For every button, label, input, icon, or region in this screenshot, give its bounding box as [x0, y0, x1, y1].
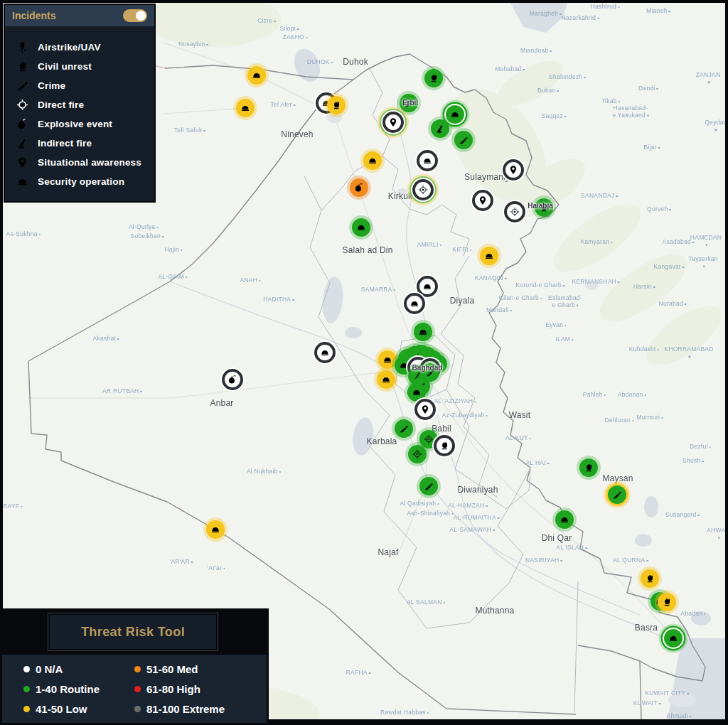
civil-icon — [429, 73, 439, 83]
security-icon — [381, 375, 391, 385]
security-icon — [422, 156, 432, 166]
risk-level-label: 61-80 High — [146, 683, 200, 695]
risk-dot-icon — [134, 706, 141, 712]
incident-type-list: Airstrike/UAVCivil unrestCrimeDirect fir… — [5, 26, 154, 201]
risk-level-label: 51-60 Med — [146, 663, 198, 675]
incident-marker-security[interactable] — [417, 150, 438, 171]
direct-icon — [418, 185, 428, 195]
threat-risk-panel: Threat Risk Tool 0 N/A1-40 Routine41-50 … — [0, 608, 269, 725]
toggle-knob — [136, 11, 146, 21]
incident-marker-security[interactable] — [206, 520, 225, 539]
risk-level-item: 1-40 Routine — [23, 679, 134, 699]
direct-fire-icon — [16, 99, 28, 111]
incident-marker-civil[interactable] — [327, 96, 346, 114]
risk-level-label: 0 N/A — [36, 663, 63, 675]
civil-icon — [584, 463, 594, 473]
incident-marker-situational[interactable] — [472, 190, 493, 211]
incident-type-label: Crime — [38, 80, 65, 91]
explosive-icon — [354, 183, 364, 193]
incident-marker-situational[interactable] — [503, 159, 524, 181]
crime-icon — [404, 98, 414, 108]
incident-marker-civil[interactable] — [658, 593, 676, 611]
security-icon — [484, 251, 494, 261]
situational-icon — [508, 165, 518, 175]
risk-dot-icon — [23, 686, 30, 692]
direct-icon — [424, 434, 434, 444]
incident-marker-security[interactable] — [314, 342, 336, 363]
incident-type-label: Civil unrest — [38, 61, 92, 72]
incidents-panel: Incidents Airstrike/UAVCivil unrestCrime… — [4, 4, 156, 203]
incidents-toggle[interactable] — [123, 9, 147, 22]
incident-marker-explosive[interactable] — [222, 369, 243, 390]
incident-marker-situational[interactable] — [414, 399, 436, 420]
situational-icon — [478, 195, 488, 205]
incident-marker-security[interactable] — [446, 105, 464, 124]
civil-icon — [645, 574, 655, 584]
incident-marker-crime[interactable] — [608, 485, 626, 504]
security-icon — [368, 156, 378, 166]
incident-type-crime[interactable]: Crime — [16, 76, 147, 95]
security-operation-icon — [16, 176, 28, 188]
incident-marker-civil[interactable] — [641, 569, 659, 588]
incident-type-indirect[interactable]: Indirect fire — [16, 134, 147, 153]
incident-type-security[interactable]: Security operation — [16, 172, 147, 191]
incident-marker-civil[interactable] — [535, 198, 553, 217]
incident-type-explosive[interactable]: Explosive event — [16, 114, 147, 134]
incident-type-airstrike[interactable]: Airstrike/UAV — [16, 38, 147, 57]
threat-risk-title: Threat Risk Tool — [81, 625, 185, 640]
incident-type-civil[interactable]: Civil unrest — [16, 57, 147, 76]
indirect-fire-icon — [16, 137, 28, 149]
civil-icon — [662, 597, 672, 607]
incident-marker-security[interactable] — [414, 323, 432, 341]
civil-icon — [331, 100, 341, 110]
risk-level-item: 0 N/A — [23, 659, 134, 679]
incident-marker-civil[interactable] — [424, 69, 443, 87]
crime-icon — [612, 490, 622, 500]
incidents-panel-title: Incidents — [12, 10, 55, 21]
security-icon — [356, 222, 366, 232]
incident-marker-security[interactable] — [236, 99, 255, 117]
explosive-icon — [228, 375, 237, 385]
risk-dot-icon — [134, 666, 141, 672]
incident-type-label: Airstrike/UAV — [38, 42, 101, 53]
civil-unrest-icon — [16, 60, 28, 72]
incident-marker-indirect[interactable] — [431, 119, 449, 138]
incident-marker-security[interactable] — [352, 218, 370, 237]
security-icon — [410, 299, 419, 308]
crime-icon — [16, 80, 28, 92]
incident-marker-crime[interactable] — [395, 419, 413, 438]
incident-marker-direct[interactable] — [412, 179, 434, 200]
risk-legend: 0 N/A1-40 Routine41-50 Low51-60 Med61-80… — [2, 655, 267, 723]
incident-marker-crime[interactable] — [454, 131, 473, 149]
incident-marker-direct[interactable] — [408, 445, 427, 463]
situational-awareness-icon — [16, 156, 28, 168]
incident-marker-security[interactable] — [480, 247, 498, 265]
incident-marker-security[interactable] — [555, 510, 574, 529]
incident-type-label: Situational awareness — [38, 157, 141, 168]
incident-marker-direct[interactable] — [504, 201, 525, 222]
incident-marker-situational[interactable] — [382, 112, 404, 133]
incident-marker-security[interactable] — [363, 151, 382, 170]
risk-dot-icon — [23, 666, 30, 672]
security-icon — [450, 109, 460, 119]
incident-marker-security[interactable] — [377, 370, 395, 389]
crime-icon — [425, 367, 435, 377]
incident-type-label: Direct fire — [38, 100, 84, 110]
crime-icon — [459, 135, 469, 145]
incident-marker-security[interactable] — [664, 629, 682, 648]
incident-marker-crime[interactable] — [400, 94, 418, 112]
incident-marker-security[interactable] — [404, 293, 425, 314]
incident-marker-security[interactable] — [247, 66, 266, 85]
incidents-panel-header: Incidents — [5, 5, 154, 26]
incident-type-situational[interactable]: Situational awareness — [16, 153, 147, 172]
incident-marker-civil[interactable] — [434, 435, 455, 456]
indirect-icon — [435, 124, 445, 134]
crime-icon — [399, 424, 409, 434]
incident-type-label: Explosive event — [38, 119, 112, 129]
incident-marker-crime[interactable] — [419, 477, 438, 495]
incident-type-direct[interactable]: Direct fire — [16, 95, 147, 114]
incident-marker-explosive[interactable] — [350, 178, 368, 197]
security-icon — [210, 525, 220, 535]
security-icon — [668, 633, 678, 643]
incident-marker-civil[interactable] — [579, 458, 598, 477]
